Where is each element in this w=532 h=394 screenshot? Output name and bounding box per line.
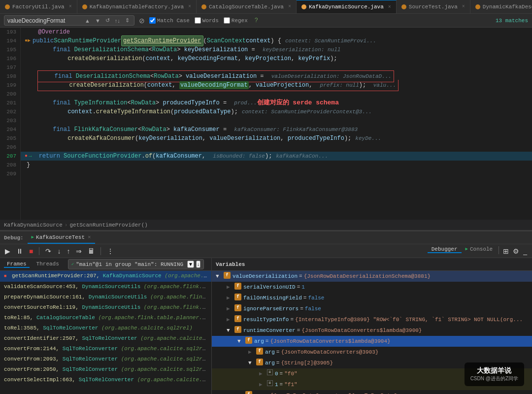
var-item-runtimeconverter[interactable]: ▼ f runtimeConverter = {JsonToRowDataCon… — [212, 325, 532, 336]
code-line-194: ●▶ public ScanRuntimeProvider getScanRun… — [21, 36, 532, 45]
code-line-202: context.createTypeInformation(producedDa… — [21, 107, 532, 116]
thread-nav-down-btn[interactable]: ↓ — [196, 261, 200, 268]
expand-icon[interactable]: ▶ — [227, 315, 233, 324]
frame-item[interactable]: prepareDynamicSource:161, DynamicSourceU… — [0, 292, 211, 302]
tab-close[interactable]: × — [388, 4, 391, 10]
tab-kafkadynamictable[interactable]: KafkaDynamicTableFactory.java × — [77, 0, 197, 13]
var-item-resulttypeinfo[interactable]: ▶ f resultTypeInfo = {InternalTypeInfo@3… — [212, 314, 532, 325]
code-line-206 — [21, 143, 532, 152]
search-input[interactable] — [7, 17, 81, 24]
pause-btn[interactable]: ⏸ — [14, 246, 25, 256]
expand-icon[interactable]: ▼ — [227, 326, 233, 335]
search-prev-btn[interactable]: ▲ — [83, 17, 92, 24]
frame-item[interactable]: convertFrom:2144, SqlToRelConverter (org… — [0, 344, 211, 354]
expand-icon[interactable]: ▶ — [259, 369, 266, 378]
code-line-207: ● → return SourceFunctionProvider.of(kaf… — [21, 152, 532, 161]
code-line-199: createDeserialization(context, valueDeco… — [21, 81, 532, 90]
step-over-btn[interactable]: ↷ — [43, 246, 53, 256]
words-option[interactable]: Words — [195, 17, 219, 24]
frame-item[interactable]: ■ getScanRuntimeProvider:207, KafkaDynam… — [0, 271, 211, 282]
expand-icon[interactable]: ▼ — [237, 337, 244, 346]
search-filter-icon[interactable]: ⊘ — [137, 16, 146, 25]
expand-icon[interactable]: ▶ — [237, 391, 244, 394]
match-case-checkbox[interactable] — [149, 17, 156, 24]
frame-item[interactable]: convertFrom:2050, SqlToRelConverter (org… — [0, 364, 211, 375]
var-item-arg-3903[interactable]: ▶ f arg = {JsonToRowDataConverters@3903} — [212, 347, 532, 358]
watermark-subtitle: CSDN @进击的Z同学 — [470, 375, 518, 382]
step-out-btn[interactable]: ↑ — [65, 246, 72, 256]
frame-item[interactable]: toRel:3585, SqlToRelConverter (org.apach… — [0, 323, 211, 333]
more-btn[interactable]: ⋮ — [105, 246, 116, 256]
code-area: 193 194 195 196 197 198 199 200 201 202 … — [0, 28, 532, 220]
frame-item[interactable]: convertSelectImpl:663, SqlToRelConverter… — [0, 375, 211, 385]
var-type-icon: f — [245, 337, 252, 344]
var-type-icon: f — [234, 283, 241, 290]
tab-close[interactable]: × — [288, 4, 291, 9]
var-item-arg-jsonrowdata[interactable]: ▶ f arg = {JsonToRowDataConverters$JsonT… — [212, 390, 532, 394]
var-type-icon: f — [245, 391, 252, 394]
search-container: ▲ ▼ ↺ ↑↓ ⇕ — [4, 15, 134, 26]
frame-item[interactable]: validateScanSource:453, DynamicSourceUti… — [0, 282, 211, 292]
code-lines[interactable]: @Override ●▶ public ScanRuntimeProvider … — [21, 28, 532, 220]
threads-tab[interactable]: Threads — [33, 261, 62, 268]
tab-catalogsource[interactable]: CatalogSourceTable.java × — [197, 0, 297, 13]
settings-btn[interactable]: ⚙ — [511, 246, 521, 256]
match-case-option[interactable]: Match Case — [149, 17, 190, 24]
code-line-196: createDeserialization(context, keyDecodi… — [21, 54, 532, 63]
search-refresh-btn[interactable]: ↺ — [104, 17, 111, 24]
code-line-193: @Override — [21, 28, 532, 36]
regex-option[interactable]: Regex — [224, 17, 248, 24]
debugger-tab[interactable]: Debugger — [428, 246, 462, 253]
var-type-icon: f — [234, 326, 241, 333]
expand-icon[interactable]: ▼ — [216, 272, 223, 281]
tab-close[interactable]: × — [462, 4, 465, 9]
search-next-btn[interactable]: ▼ — [94, 17, 102, 24]
tab-bar: FactoryUtil.java × KafkaDynamicTableFact… — [0, 0, 532, 14]
tab-close-icon[interactable]: × — [88, 234, 91, 240]
frame-item[interactable]: convertFrom:2093, SqlToRelConverter (org… — [0, 354, 211, 364]
tab-sourcetest[interactable]: SourceTest.java × — [397, 0, 470, 13]
var-item-serialversionuid[interactable]: ▶ f serialVersionUID = 1 — [212, 282, 532, 293]
expand-icon[interactable]: ▶ — [227, 304, 233, 313]
java-icon — [5, 4, 10, 9]
tab-kafkadynamicsource[interactable]: KafkaDynamicSource.java × — [297, 0, 397, 13]
code-line-208: } — [21, 161, 532, 169]
frame-item[interactable]: convertIdentifier:2507, SqlToRelConverte… — [0, 333, 211, 344]
thread-dropdown[interactable]: ✓ "main"@1 in group "main": RUNNING ▼ ↓ — [68, 259, 204, 269]
search-filter2-btn[interactable]: ⇕ — [124, 17, 131, 24]
frames-tab[interactable]: Frames — [4, 261, 30, 268]
tab-close[interactable]: × — [188, 4, 191, 9]
expand-icon[interactable]: ▼ — [248, 359, 255, 367]
expand-icon[interactable]: ▶ — [227, 294, 233, 302]
tab-factoryutil[interactable]: FactoryUtil.java × — [0, 0, 77, 13]
code-line-200 — [21, 90, 532, 98]
expand-icon[interactable]: ▶ — [227, 283, 233, 292]
minimize-btn[interactable]: _ — [521, 246, 529, 256]
expand-icon[interactable]: ▶ — [259, 380, 266, 389]
layout-btn[interactable]: ⊞ — [501, 246, 511, 256]
step-into-btn[interactable]: ↓ — [55, 246, 63, 256]
tab-dynamickafka[interactable]: DynamicKafkaDeserializationSchema.java × — [470, 0, 532, 13]
frame-item[interactable]: toRel:85, CatalogSourceTable (org.apache… — [0, 313, 211, 323]
search-filter-btn[interactable]: ↑↓ — [113, 17, 122, 24]
resume-btn[interactable]: ▶ — [3, 246, 12, 256]
tab-close[interactable]: × — [69, 4, 72, 9]
stop-btn[interactable]: ■ — [27, 246, 35, 256]
frames-list[interactable]: ■ getScanRuntimeProvider:207, KafkaDynam… — [0, 271, 211, 394]
regex-checkbox[interactable] — [224, 17, 230, 24]
var-item-arg-3904[interactable]: ▼ f arg = {JsonToRowDataConverters$lambd… — [212, 336, 532, 347]
var-item-ignoreparseerrors[interactable]: ▶ f ignoreParseErrors = false — [212, 303, 532, 314]
java-icon — [82, 4, 87, 9]
java-icon — [301, 4, 306, 9]
breadcrumb-class: KafkaDynamicSource — [4, 222, 63, 228]
thread-dropdown-arrow-btn[interactable]: ▼ — [187, 261, 194, 268]
run-cursor-btn[interactable]: ⇒ — [74, 246, 84, 256]
console-tab[interactable]: ▶ Console — [462, 246, 497, 253]
debug-session-tab[interactable]: ▶ KafkaSourceTest × — [28, 231, 95, 244]
var-item-valuedeserialization[interactable]: ▼ f valueDeserialization = {JsonRowDataD… — [212, 271, 532, 282]
frame-item[interactable]: convertSourceToRel:119, DynamicSourceUti… — [0, 302, 211, 313]
words-checkbox[interactable] — [195, 17, 201, 24]
evaluate-btn[interactable]: 🖩 — [86, 246, 97, 256]
expand-icon[interactable]: ▶ — [248, 348, 255, 357]
var-item-failonmissing[interactable]: ▶ f failOnMissingField = false — [212, 293, 532, 303]
